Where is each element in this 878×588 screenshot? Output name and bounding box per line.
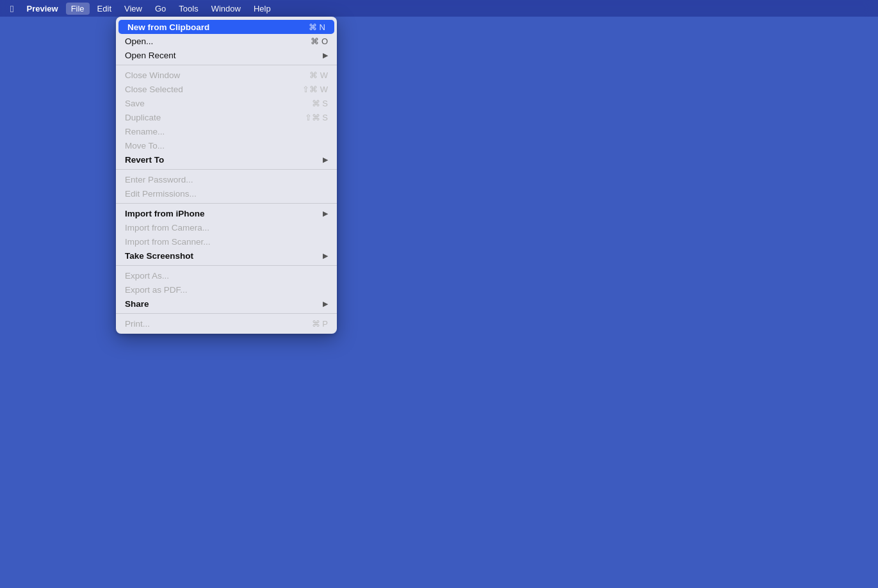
- menu-item-edit-permissions: Edit Permissions...: [116, 186, 337, 200]
- menu-item-label-enter-password: Enter Password...: [125, 175, 193, 184]
- menu-item-open[interactable]: Open...⌘ O: [116, 34, 337, 48]
- menu-item-label-open: Open...: [125, 37, 153, 46]
- menu-item-close-selected: Close Selected⇧⌘ W: [116, 82, 337, 96]
- submenu-arrow-share: ▶: [323, 300, 328, 308]
- menu-item-label-open-recent: Open Recent: [125, 51, 176, 60]
- menu-item-shortcut-save: ⌘ S: [312, 99, 328, 108]
- menu-item-label-import-from-scanner: Import from Scanner...: [125, 237, 211, 247]
- menu-item-label-import-from-iphone: Import from iPhone: [125, 209, 205, 218]
- menu-item-duplicate: Duplicate⇧⌘ S: [116, 110, 337, 124]
- menu-item-share[interactable]: Share▶: [116, 297, 337, 311]
- menu-item-label-export-as: Export As...: [125, 271, 169, 281]
- menu-item-rename: Rename...: [116, 124, 337, 138]
- menu-item-label-save: Save: [125, 99, 145, 108]
- menu-item-label-print: Print...: [125, 319, 150, 329]
- menu-item-label-edit-permissions: Edit Permissions...: [125, 189, 197, 199]
- menu-item-shortcut-open: ⌘ O: [311, 37, 328, 46]
- menu-item-import-from-iphone[interactable]: Import from iPhone▶: [116, 206, 337, 220]
- menu-item-shortcut-new-from-clipboard: ⌘ N: [309, 22, 325, 32]
- menu-item-label-import-from-camera: Import from Camera...: [125, 223, 209, 233]
- menubar-view[interactable]: View: [119, 3, 147, 15]
- menubar-window[interactable]: Window: [206, 3, 246, 15]
- submenu-arrow-open-recent: ▶: [323, 51, 328, 60]
- menu-item-shortcut-duplicate: ⇧⌘ S: [305, 113, 328, 122]
- separator-after-open-recent: [116, 65, 337, 65]
- menubar-go[interactable]: Go: [150, 3, 171, 15]
- menu-item-revert-to[interactable]: Revert To▶: [116, 152, 337, 167]
- submenu-arrow-import-from-iphone: ▶: [323, 209, 328, 218]
- submenu-arrow-revert-to: ▶: [323, 156, 328, 164]
- apple-menu[interactable]: : [5, 2, 19, 15]
- menu-item-shortcut-close-selected: ⇧⌘ W: [302, 85, 328, 94]
- menu-item-new-from-clipboard[interactable]: New from Clipboard⌘ N: [118, 20, 334, 34]
- menu-item-label-close-window: Close Window: [125, 70, 180, 80]
- menu-item-label-new-from-clipboard: New from Clipboard: [127, 22, 209, 32]
- menu-item-label-export-as-pdf: Export as PDF...: [125, 285, 188, 295]
- menu-item-import-from-camera: Import from Camera...: [116, 220, 337, 234]
- menu-item-label-revert-to: Revert To: [125, 155, 164, 165]
- menu-item-save: Save⌘ S: [116, 96, 337, 110]
- menu-item-export-as: Export As...: [116, 268, 337, 282]
- menu-item-shortcut-close-window: ⌘ W: [309, 70, 328, 80]
- menu-item-enter-password: Enter Password...: [116, 172, 337, 186]
- menubar-file[interactable]: File: [66, 3, 90, 15]
- menu-item-import-from-scanner: Import from Scanner...: [116, 234, 337, 249]
- menu-item-label-move-to: Move To...: [125, 141, 165, 151]
- menubar-edit[interactable]: Edit: [92, 3, 117, 15]
- menu-item-export-as-pdf: Export as PDF...: [116, 282, 337, 297]
- menu-item-shortcut-print: ⌘ P: [312, 319, 328, 329]
- separator-after-share: [116, 313, 337, 314]
- menu-item-move-to: Move To...: [116, 138, 337, 152]
- file-menu-dropdown: New from Clipboard⌘ NOpen...⌘ OOpen Rece…: [116, 17, 337, 334]
- menu-item-take-screenshot[interactable]: Take Screenshot▶: [116, 249, 337, 263]
- menu-item-label-rename: Rename...: [125, 127, 165, 136]
- menubar-tools[interactable]: Tools: [174, 3, 203, 15]
- menu-item-label-take-screenshot: Take Screenshot: [125, 251, 193, 261]
- menubar-help[interactable]: Help: [248, 3, 276, 15]
- menu-item-label-duplicate: Duplicate: [125, 113, 161, 122]
- menu-item-print: Print...⌘ P: [116, 316, 337, 331]
- menubar-preview[interactable]: Preview: [21, 3, 63, 15]
- separator-after-edit-permissions: [116, 203, 337, 204]
- menu-item-open-recent[interactable]: Open Recent▶: [116, 48, 337, 62]
- separator-after-revert-to: [116, 169, 337, 170]
- submenu-arrow-take-screenshot: ▶: [323, 252, 328, 260]
- menu-item-label-share: Share: [125, 299, 149, 309]
- menu-item-close-window: Close Window⌘ W: [116, 68, 337, 82]
- menubar:  Preview File Edit View Go Tools Window…: [0, 0, 878, 17]
- menu-item-label-close-selected: Close Selected: [125, 85, 183, 94]
- separator-after-take-screenshot: [116, 265, 337, 266]
